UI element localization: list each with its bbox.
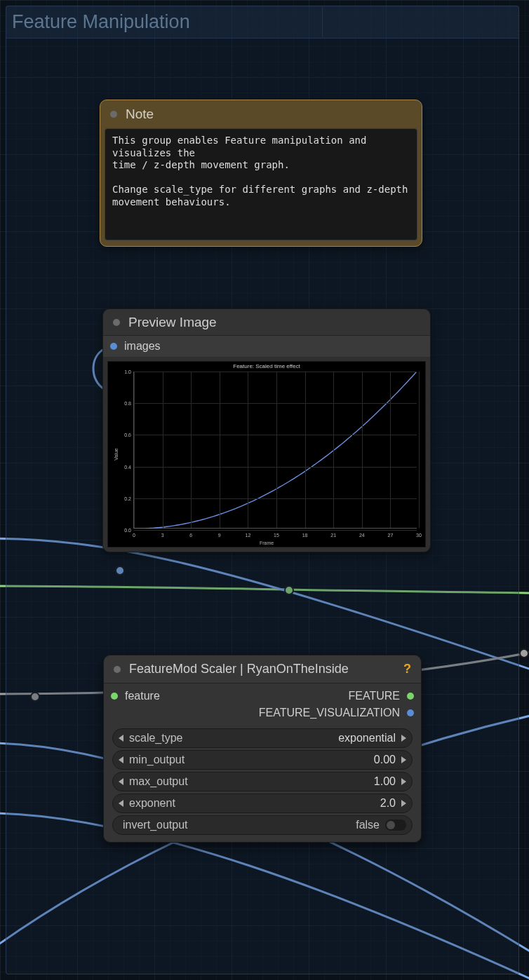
node-featuremod-header[interactable]: FeatureMod Scaler | RyanOnTheInside ? xyxy=(104,655,421,683)
port-dot-icon[interactable] xyxy=(111,693,118,700)
group-header-divider xyxy=(322,7,323,37)
chevron-left-icon[interactable] xyxy=(119,800,123,807)
widget-label: invert_output xyxy=(123,819,188,831)
widget-value: 1.00 xyxy=(374,775,396,788)
chart-plot-area: 0.00.20.40.60.81.0036912151821242730 xyxy=(133,372,417,529)
widget-min-output[interactable]: min_output 0.00 xyxy=(112,750,413,770)
toggle-icon[interactable] xyxy=(385,819,406,831)
chevron-left-icon[interactable] xyxy=(119,735,123,742)
chart-ylabel: Value xyxy=(114,448,119,460)
port-label: feature xyxy=(125,690,160,702)
widget-label: max_output xyxy=(129,775,188,788)
widget-value: 2.0 xyxy=(380,797,396,810)
port-label: images xyxy=(124,340,161,353)
node-note[interactable]: Note This group enables Feature manipula… xyxy=(100,100,422,247)
node-note-header[interactable]: Note xyxy=(100,100,422,128)
port-label: FEATURE xyxy=(349,690,400,702)
node-featuremod-title: FeatureMod Scaler | RyanOnTheInside xyxy=(129,662,349,676)
widget-value: 0.00 xyxy=(374,754,396,766)
preview-image: Feature: Scaled time effect Value Frame … xyxy=(107,361,426,547)
widget-scale-type[interactable]: scale_type exponential xyxy=(112,728,413,748)
input-port-feature[interactable]: feature FEATURE xyxy=(111,688,414,705)
node-preview-header[interactable]: Preview Image xyxy=(103,309,430,336)
chevron-right-icon[interactable] xyxy=(401,756,406,763)
port-label: FEATURE_VISUALIZATION xyxy=(259,707,400,719)
widget-label: scale_type xyxy=(129,732,183,744)
collapse-dot-icon[interactable] xyxy=(113,319,120,326)
chevron-right-icon[interactable] xyxy=(401,778,406,785)
node-featuremod-scaler[interactable]: FeatureMod Scaler | RyanOnTheInside ? fe… xyxy=(103,655,422,843)
input-port-images[interactable]: images xyxy=(103,336,430,357)
group-title: Feature Manipulation xyxy=(12,11,190,33)
widget-exponent[interactable]: exponent 2.0 xyxy=(112,794,413,813)
node-note-title: Note xyxy=(126,107,154,122)
widget-max-output[interactable]: max_output 1.00 xyxy=(112,772,413,791)
output-port-feature-visualization[interactable]: FEATURE_VISUALIZATION xyxy=(111,705,414,721)
widget-value: false xyxy=(356,819,380,831)
port-dot-icon[interactable] xyxy=(407,693,414,700)
port-dot-icon[interactable] xyxy=(407,709,414,716)
widget-invert-output[interactable]: invert_output false xyxy=(112,815,413,835)
node-preview-title: Preview Image xyxy=(128,315,217,330)
group-header[interactable]: Feature Manipulation xyxy=(6,6,518,39)
node-preview-image[interactable]: Preview Image images Feature: Scaled tim… xyxy=(102,308,431,552)
chevron-right-icon[interactable] xyxy=(401,735,406,742)
chevron-left-icon[interactable] xyxy=(119,756,123,763)
chevron-right-icon[interactable] xyxy=(401,800,406,807)
note-textarea[interactable]: This group enables Feature manipulation … xyxy=(105,128,417,240)
chart-title: Feature: Scaled time effect xyxy=(108,363,425,369)
wire-junction-dot xyxy=(519,648,529,658)
widget-label: exponent xyxy=(129,797,175,810)
collapse-dot-icon[interactable] xyxy=(114,666,121,673)
port-dot-icon[interactable] xyxy=(110,343,117,350)
collapse-dot-icon[interactable] xyxy=(110,111,117,118)
chevron-left-icon[interactable] xyxy=(119,778,123,785)
chart-line xyxy=(134,372,417,529)
widget-label: min_output xyxy=(129,754,185,766)
widget-value: exponential xyxy=(338,732,396,744)
help-icon[interactable]: ? xyxy=(403,662,411,676)
chart-xlabel: Frame xyxy=(108,540,425,545)
